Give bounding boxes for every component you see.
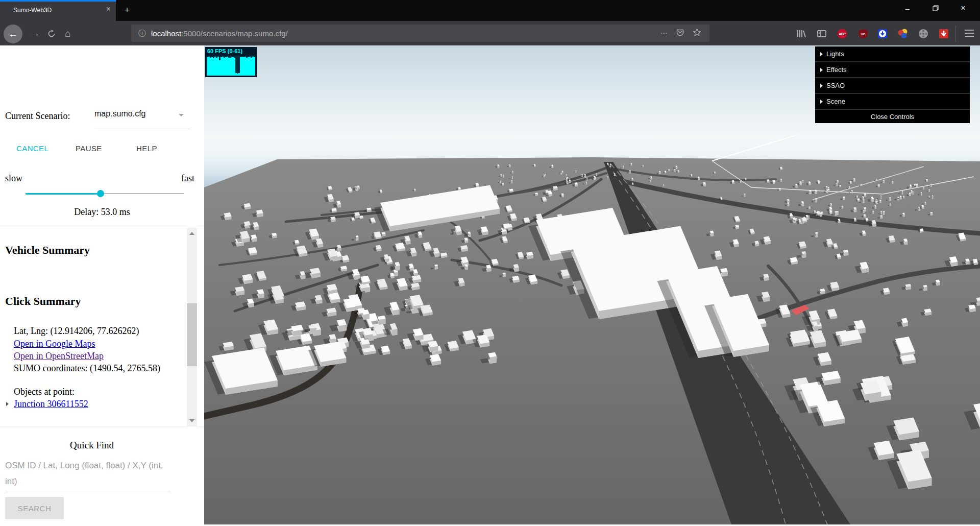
quick-find-input[interactable]: OSM ID / Lat, Long (float, float) / X,Y … (5, 458, 174, 489)
gui-close-controls-button[interactable]: Close Controls (815, 110, 970, 123)
input-underline (5, 491, 171, 491)
latlng-readout: Lat, Lng: (12.914206, 77.626262) (14, 326, 139, 337)
site-info-icon[interactable]: ⓘ (138, 29, 146, 38)
gui-folder-ssao[interactable]: SSAO (815, 78, 970, 94)
adblock-plus-icon[interactable]: ABP (837, 28, 848, 39)
svg-text:ABP: ABP (839, 32, 846, 36)
browser-chrome: Sumo-Web3D × + – × ← → ⌂ ⓘ localhost:500… (0, 0, 980, 45)
download-helper-icon[interactable] (877, 28, 888, 39)
summary-scrollbar[interactable] (187, 228, 197, 426)
openstreetmap-link[interactable]: Open in OpenStreetMap (14, 351, 104, 362)
forward-button[interactable]: → (29, 27, 42, 40)
window-restore-button[interactable] (924, 0, 947, 16)
restore-icon (933, 5, 939, 11)
folder-label: SSAO (826, 82, 845, 89)
delay-readout: Delay: 53.0 ms (0, 207, 204, 218)
pause-button[interactable]: PAUSE (76, 144, 102, 153)
window-close-button[interactable]: × (951, 0, 975, 16)
junction-link[interactable]: Junction 306611552 (14, 399, 88, 410)
reload-button[interactable] (45, 27, 58, 40)
back-button[interactable]: ← (4, 25, 22, 43)
svg-text:UO: UO (861, 33, 866, 36)
divider (0, 426, 204, 426)
tab-bar: Sumo-Web3D × + – × (0, 0, 980, 21)
scenario-dropdown[interactable]: map.sumo.cfg (94, 109, 191, 129)
click-summary-title: Click Summary (5, 295, 81, 308)
fps-stats-widget[interactable]: 60 FPS (0-61) (205, 47, 257, 77)
new-tab-button[interactable]: + (120, 4, 134, 17)
gui-folder-lights[interactable]: Lights (815, 46, 970, 62)
bookmark-star-icon[interactable] (693, 28, 701, 38)
slider-thumb[interactable] (97, 190, 104, 197)
video-download-icon[interactable] (938, 28, 949, 39)
page-actions-icon[interactable]: ⋯ (660, 29, 668, 38)
toolbar-separator (955, 26, 956, 42)
scroll-up-icon[interactable] (189, 232, 194, 235)
slider-fill (26, 193, 101, 195)
scroll-down-icon[interactable] (189, 419, 194, 422)
folder-arrow-icon (820, 52, 823, 56)
menu-icon[interactable] (965, 30, 974, 37)
home-button[interactable]: ⌂ (61, 27, 75, 40)
cancel-button[interactable]: CANCEL (16, 144, 48, 153)
scenario-value: map.sumo.cfg (94, 109, 145, 118)
ublock-origin-icon[interactable]: UO (857, 28, 869, 39)
pocket-icon[interactable] (676, 28, 684, 38)
colored-balls-icon[interactable] (897, 28, 909, 39)
folder-arrow-icon (820, 68, 823, 72)
active-tab-stripe (0, 0, 116, 2)
gui-folder-effects[interactable]: Effects (815, 62, 970, 78)
folder-label: Lights (826, 50, 844, 58)
vehicle-summary-title: Vehicle Summary (5, 244, 90, 257)
url-host: localhost (151, 29, 181, 38)
browser-tab[interactable]: Sumo-Web3D × (0, 0, 116, 21)
tab-close-icon[interactable]: × (106, 5, 111, 14)
url-bar[interactable]: ⓘ localhost:5000/scenarios/map.sumo.cfg/… (131, 25, 709, 42)
divider (0, 228, 204, 228)
objects-at-point-label: Objects at point: (14, 387, 75, 397)
dropdown-underline (94, 129, 190, 129)
slider-label-fast: fast (181, 173, 194, 184)
dat-gui-panel: Lights Effects SSAO Scene Close Controls (815, 46, 970, 123)
search-button[interactable]: SEARCH (5, 497, 64, 519)
fps-graph (207, 56, 255, 76)
control-sidebar: Current Scenario: map.sumo.cfg CANCEL PA… (0, 45, 204, 526)
list-bullet-icon (6, 402, 9, 406)
tab-title: Sumo-Web3D (13, 7, 52, 14)
library-icon[interactable] (796, 28, 807, 39)
url-path: :5000/scenarios/map.sumo.cfg/ (181, 29, 287, 38)
chevron-down-icon (179, 114, 184, 116)
scenario-label: Current Scenario: (5, 111, 70, 122)
folder-label: Effects (826, 66, 847, 74)
film-reel-icon[interactable] (918, 28, 929, 39)
sidebar-toggle-icon[interactable] (816, 28, 827, 39)
sumo-coords-readout: SUMO coordinates: (1490.54, 2765.58) (14, 363, 160, 374)
help-button[interactable]: HELP (136, 144, 157, 153)
gui-folder-scene[interactable]: Scene (815, 94, 970, 110)
folder-arrow-icon (820, 100, 823, 104)
fps-readout: 60 FPS (0-61) (207, 48, 242, 54)
folder-arrow-icon (820, 84, 823, 88)
google-maps-link[interactable]: Open in Google Maps (14, 339, 95, 349)
3d-viewport[interactable]: 60 FPS (0-61) Lights Effects SSAO Scene … (204, 45, 980, 524)
scrollbar-thumb[interactable] (187, 303, 197, 366)
quick-find-title: Quick Find (0, 440, 184, 451)
slider-label-slow: slow (5, 173, 22, 184)
window-minimize-button[interactable]: – (896, 0, 919, 16)
reload-icon (47, 30, 56, 38)
folder-label: Scene (826, 98, 845, 105)
speed-slider[interactable] (26, 190, 184, 197)
